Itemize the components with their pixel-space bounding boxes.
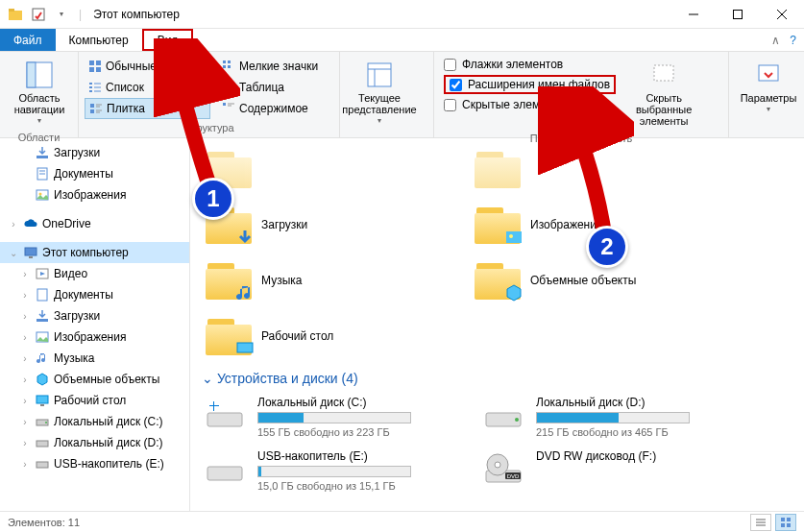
nav-onedrive[interactable]: ›OneDrive — [0, 213, 189, 234]
svg-rect-78 — [781, 518, 785, 521]
downloads-icon — [35, 308, 50, 324]
layout-content[interactable]: Содержимое — [218, 98, 333, 119]
nav-documents[interactable]: Документы — [0, 163, 189, 184]
svg-point-72 — [495, 462, 500, 468]
svg-rect-1 — [9, 9, 14, 12]
nav-documents2[interactable]: ›Документы — [0, 284, 189, 305]
svg-rect-10 — [96, 60, 101, 65]
nav-desktop[interactable]: ›Рабочий стол — [0, 390, 189, 411]
nav-drive-e[interactable]: ›USB-накопитель (E:) — [0, 453, 189, 474]
list-icon — [88, 81, 102, 94]
maximize-button[interactable] — [716, 0, 760, 29]
help-icon[interactable]: ? — [790, 34, 796, 47]
drive-c[interactable]: Локальный диск (C:) 155 ГБ свободно из 2… — [202, 396, 442, 438]
window-title: Этот компьютер — [93, 8, 180, 21]
drives-section-header[interactable]: ⌄ Устройства и диски (4) — [202, 371, 792, 386]
drive-icon — [35, 435, 50, 450]
nav-pictures2[interactable]: ›Изображения — [0, 326, 189, 348]
pictures-icon — [35, 329, 50, 345]
folder-icon — [475, 261, 521, 300]
svg-rect-53 — [40, 404, 44, 406]
svg-rect-64 — [214, 401, 219, 405]
nav-downloads[interactable]: Загрузки — [0, 142, 189, 163]
drive-e[interactable]: USB-накопитель (E:) 15,0 ГБ свободно из … — [202, 449, 442, 492]
svg-rect-52 — [37, 396, 48, 403]
nav-videos[interactable]: ›Видео — [0, 263, 189, 284]
svg-rect-79 — [787, 518, 791, 521]
svg-rect-8 — [27, 62, 36, 87]
videos-icon — [35, 266, 50, 281]
svg-rect-57 — [37, 462, 48, 468]
music-icon — [35, 351, 50, 366]
nav-downloads2[interactable]: ›Загрузки — [0, 305, 189, 326]
close-button[interactable] — [760, 0, 804, 29]
folder-3d-objects[interactable]: Объемные объекты — [471, 257, 701, 303]
nav-drive-c[interactable]: ›Локальный диск (C:) — [0, 411, 189, 432]
view-details-button[interactable] — [750, 514, 771, 531]
nav-drive-d[interactable]: ›Локальный диск (D:) — [0, 432, 189, 453]
tab-file[interactable]: Файл — [0, 29, 56, 51]
content-icon — [222, 102, 235, 115]
svg-rect-46 — [25, 248, 37, 255]
minimize-button[interactable] — [671, 0, 716, 29]
svg-rect-80 — [781, 523, 785, 527]
qat-dropdown-icon[interactable]: ▾ — [52, 5, 71, 24]
tab-view[interactable]: Вид — [142, 29, 194, 51]
nav-3d-objects[interactable]: ›Объемные объекты — [0, 369, 189, 390]
current-view-button[interactable]: Текущее представление ▾ — [346, 56, 413, 130]
drive-icon — [35, 414, 50, 429]
nav-pane-icon — [24, 60, 55, 90]
check-hidden-items[interactable]: Скрытые элементы — [444, 98, 616, 111]
svg-rect-58 — [506, 231, 522, 243]
drive-usage-bar — [257, 412, 411, 423]
collapse-ribbon-icon[interactable]: ∧ — [771, 34, 780, 47]
options-icon — [753, 60, 784, 90]
folder-music[interactable]: Музыка — [202, 257, 432, 303]
folder-item[interactable] — [202, 146, 432, 192]
svg-rect-81 — [787, 523, 791, 527]
nav-this-pc[interactable]: ⌄Этот компьютер — [0, 242, 189, 263]
layout-table[interactable]: Таблица — [218, 77, 333, 98]
nav-pictures[interactable]: Изображения — [0, 184, 189, 206]
layout-normal-icons[interactable]: Обычные значки — [85, 56, 210, 77]
icons-icon — [88, 60, 102, 73]
cube-icon — [35, 372, 50, 387]
folder-pictures[interactable]: Изображения — [471, 202, 701, 248]
folder-downloads[interactable]: Загрузки — [202, 202, 432, 248]
svg-rect-65 — [209, 406, 213, 411]
svg-rect-4 — [734, 10, 743, 18]
nav-pane-button[interactable]: Область навигации ▾ — [6, 56, 73, 130]
view-tiles-button[interactable] — [775, 514, 796, 531]
svg-rect-19 — [89, 86, 92, 88]
svg-rect-69 — [207, 467, 242, 480]
svg-rect-26 — [90, 104, 94, 108]
titlebar: ▾ | Этот компьютер — [0, 0, 804, 29]
documents-icon — [35, 166, 50, 181]
nav-tree[interactable]: Загрузки Документы Изображения ›OneDrive… — [0, 138, 190, 511]
onedrive-icon — [23, 216, 38, 231]
layout-small-icons[interactable]: Мелкие значки — [218, 56, 333, 77]
svg-rect-60 — [237, 343, 253, 352]
usb-drive-icon — [35, 456, 50, 472]
folder-desktop[interactable]: Рабочий стол — [202, 313, 432, 359]
svg-rect-12 — [96, 67, 101, 72]
options-button[interactable]: Параметры ▾ — [735, 56, 802, 118]
nav-music[interactable]: ›Музыка — [0, 348, 189, 369]
drive-icon — [202, 396, 248, 434]
qat-properties-icon[interactable] — [29, 5, 48, 24]
folder-item[interactable] — [471, 146, 701, 192]
tiles-icon — [89, 102, 103, 115]
hide-selected-button[interactable]: Скрыть выбранные элементы — [625, 56, 702, 131]
svg-rect-35 — [368, 63, 391, 86]
content-area[interactable]: Загрузки Изображения Музыка Объемные объ… — [190, 138, 804, 511]
svg-rect-40 — [37, 156, 48, 158]
drive-f[interactable]: DVD DVD RW дисковод (F:) — [480, 449, 720, 492]
drive-d[interactable]: Локальный диск (D:) 215 ГБ свободно из 4… — [480, 396, 720, 438]
tab-computer[interactable]: Компьютер — [56, 29, 142, 51]
layout-list[interactable]: Список — [85, 77, 210, 98]
check-file-extensions[interactable]: Расширения имен файлов — [444, 75, 616, 94]
layout-tiles[interactable]: Плитка — [85, 98, 210, 119]
pictures-icon — [35, 187, 50, 203]
svg-rect-15 — [223, 65, 226, 68]
check-item-flags[interactable]: Флажки элементов — [444, 58, 616, 71]
